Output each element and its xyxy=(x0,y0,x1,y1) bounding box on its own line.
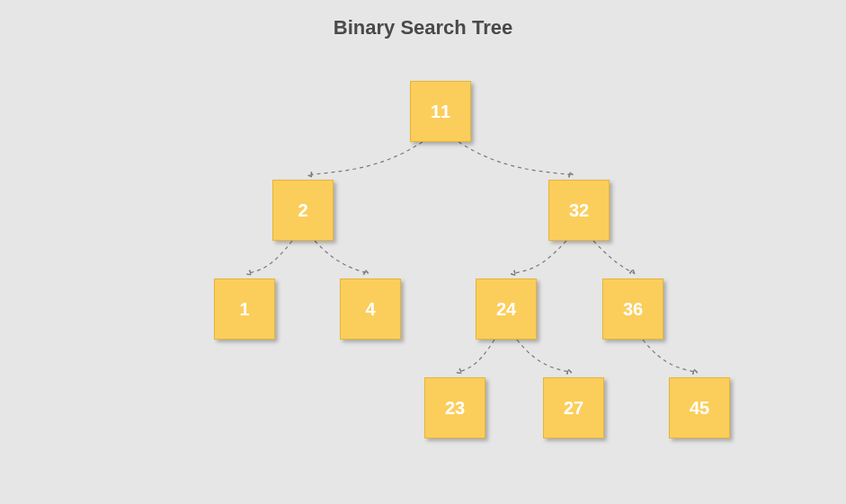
tree-node: 27 xyxy=(543,377,604,438)
tree-node: 45 xyxy=(669,377,730,438)
tree-node: 2 xyxy=(272,180,334,241)
tree-node: 36 xyxy=(602,279,663,340)
diagram-title: Binary Search Tree xyxy=(0,16,846,40)
tree-node: 24 xyxy=(476,279,537,340)
diagram-canvas: Binary Search Tree 11 2 32 1 4 24 36 2 xyxy=(0,0,846,504)
tree-node: 23 xyxy=(424,377,485,438)
tree-node-root: 11 xyxy=(410,81,471,142)
tree-node: 32 xyxy=(548,180,610,241)
tree-node: 4 xyxy=(340,279,401,340)
tree-node: 1 xyxy=(214,279,275,340)
